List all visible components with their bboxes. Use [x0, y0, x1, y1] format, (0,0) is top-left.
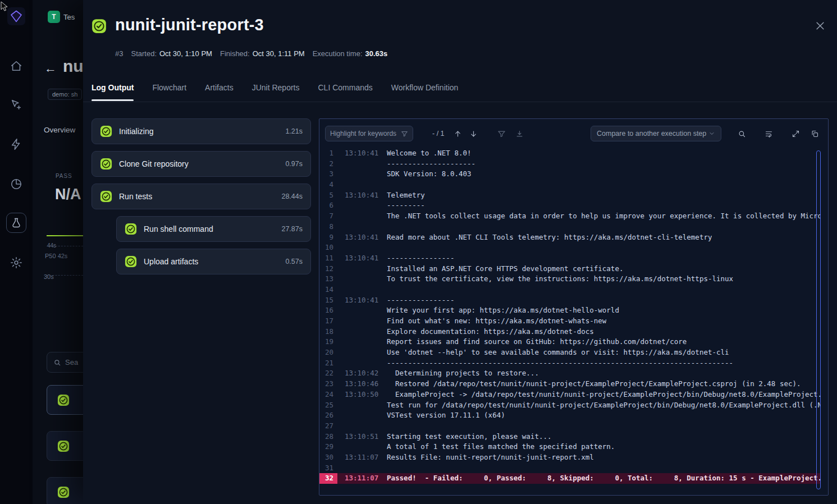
- log-line-number[interactable]: 17: [319, 316, 337, 327]
- log-line-number[interactable]: 16: [319, 305, 337, 316]
- step-status-check-icon: [100, 125, 112, 138]
- step-name: Clone Git repository: [119, 159, 189, 168]
- log-text: Use 'dotnet --help' to see available com…: [387, 347, 729, 358]
- compare-step-select[interactable]: Compare to another execution step: [591, 126, 721, 141]
- step-duration: 28.44s: [281, 193, 303, 200]
- run-status-check-icon: [57, 440, 70, 452]
- back-button[interactable]: ←: [44, 61, 57, 76]
- log-timestamp: 13:10:41: [345, 148, 379, 159]
- step-run-tests[interactable]: Run tests28.44s: [92, 184, 311, 209]
- log-line-number[interactable]: 22: [319, 368, 337, 379]
- log-timestamp: [345, 442, 379, 452]
- log-line: 20Use 'dotnet --help' to see available c…: [319, 347, 820, 358]
- pass-rate-label: PASS: [56, 173, 72, 179]
- step-initializing[interactable]: Initializing1.21s: [92, 118, 311, 144]
- log-line-number[interactable]: 31: [319, 463, 337, 474]
- step-name: Initializing: [119, 127, 153, 136]
- left-nav-rail: [0, 0, 33, 504]
- runs-lightning-icon[interactable]: [10, 138, 22, 150]
- next-match-icon[interactable]: [467, 127, 481, 140]
- copy-log-icon[interactable]: [808, 127, 821, 140]
- log-line-number[interactable]: 20: [319, 347, 337, 358]
- log-line-number[interactable]: 29: [319, 442, 337, 452]
- settings-gear-icon[interactable]: [10, 256, 22, 269]
- log-text: Telemetry: [387, 190, 425, 201]
- log-line-number[interactable]: 32: [319, 473, 337, 484]
- log-line-number[interactable]: 18: [319, 327, 337, 337]
- log-line-number[interactable]: 5: [319, 190, 337, 201]
- log-line-number[interactable]: 24: [319, 390, 337, 400]
- step-name: Run shell command: [144, 224, 213, 233]
- log-line-number[interactable]: 15: [319, 295, 337, 306]
- chevron-down-icon: [708, 130, 715, 137]
- log-text: SDK Version: 8.0.403: [387, 169, 472, 180]
- log-line: 19Report issues and find source on GitHu…: [319, 337, 820, 347]
- expand-fullscreen-icon[interactable]: [789, 127, 802, 140]
- tests-flask-active-frame[interactable]: [6, 213, 26, 233]
- wrap-text-icon[interactable]: [762, 127, 775, 140]
- log-line-number[interactable]: 2: [319, 159, 337, 169]
- step-clone-git-repository[interactable]: Clone Git repository0.97s: [92, 151, 311, 177]
- tab-cli-commands[interactable]: CLI Commands: [318, 83, 373, 93]
- log-timestamp: [345, 200, 379, 211]
- log-timestamp: [345, 169, 379, 180]
- filter-icon[interactable]: [495, 127, 509, 140]
- log-line-number[interactable]: 26: [319, 410, 337, 421]
- step-upload-artifacts[interactable]: Upload artifacts0.57s: [116, 249, 311, 274]
- log-line-number[interactable]: 7: [319, 211, 337, 222]
- log-line-number[interactable]: 27: [319, 421, 337, 432]
- reports-pie-icon[interactable]: [10, 178, 22, 190]
- log-line-number[interactable]: 19: [319, 337, 337, 347]
- log-line-number[interactable]: 11: [319, 253, 337, 264]
- log-line-number[interactable]: 14: [319, 285, 337, 295]
- step-run-shell-command[interactable]: Run shell command27.87s: [116, 216, 311, 242]
- log-line-number[interactable]: 6: [319, 200, 337, 211]
- log-line: 1113:10:41----------------: [319, 253, 820, 264]
- home-icon[interactable]: [10, 60, 22, 72]
- workspace-badge[interactable]: T: [48, 11, 60, 23]
- log-line: 4: [319, 180, 820, 190]
- log-line-number[interactable]: 25: [319, 400, 337, 411]
- log-line-number[interactable]: 13: [319, 274, 337, 285]
- chart-spark-line: [47, 235, 83, 236]
- highlight-keywords-input[interactable]: Highlight for keywords: [325, 126, 413, 141]
- branch-pill[interactable]: demo: sh: [48, 89, 82, 100]
- log-line-number[interactable]: 9: [319, 232, 337, 243]
- tab-junit-reports[interactable]: JUnit Reports: [252, 83, 300, 93]
- create-test-icon[interactable]: [10, 99, 22, 111]
- log-timestamp: [345, 180, 379, 190]
- log-line: 17Find out what's new: https://aka.ms/do…: [319, 316, 820, 327]
- log-timestamp: 13:11:07: [345, 452, 379, 463]
- log-text: Passed! - Failed: 0, Passed: 8, Skipped:…: [387, 473, 820, 484]
- search-log-icon[interactable]: [735, 127, 748, 140]
- log-line-number[interactable]: 21: [319, 358, 337, 369]
- log-line-number[interactable]: 3: [319, 169, 337, 180]
- match-counter: - / 1: [432, 130, 445, 138]
- log-text: ---------: [387, 200, 425, 211]
- tab-artifacts[interactable]: Artifacts: [205, 83, 234, 93]
- app-logo[interactable]: [7, 7, 25, 25]
- log-text: Write your first app: https://aka.ms/dot…: [387, 305, 619, 316]
- download-icon[interactable]: [513, 127, 527, 140]
- log-line: 25Test run for /data/repo/test/nunit/nun…: [319, 400, 820, 411]
- log-line-number[interactable]: 12: [319, 264, 337, 274]
- run-status-check-icon: [57, 486, 70, 498]
- log-line-number[interactable]: 30: [319, 452, 337, 463]
- log-timestamp: 13:10:50: [345, 390, 379, 400]
- tab-log-output[interactable]: Log Output: [92, 83, 134, 93]
- log-scrollbar-thumb[interactable]: [816, 150, 821, 489]
- search-icon: [53, 359, 61, 366]
- log-line-number[interactable]: 4: [319, 180, 337, 190]
- log-line-number[interactable]: 28: [319, 432, 337, 442]
- log-line-number[interactable]: 23: [319, 379, 337, 390]
- tab-workflow-definition[interactable]: Workflow Definition: [391, 83, 459, 93]
- log-line-number[interactable]: 10: [319, 242, 337, 253]
- step-duration: 0.97s: [285, 160, 303, 168]
- log-line-number[interactable]: 8: [319, 222, 337, 232]
- log-line: 7The .NET tools collect usage data in or…: [319, 211, 820, 222]
- log-line-number[interactable]: 1: [319, 148, 337, 159]
- tab-flowchart[interactable]: Flowchart: [152, 83, 186, 93]
- close-icon[interactable]: [815, 20, 826, 31]
- previous-match-icon[interactable]: [451, 127, 465, 140]
- log-text: To trust the certificate, view the instr…: [387, 274, 733, 285]
